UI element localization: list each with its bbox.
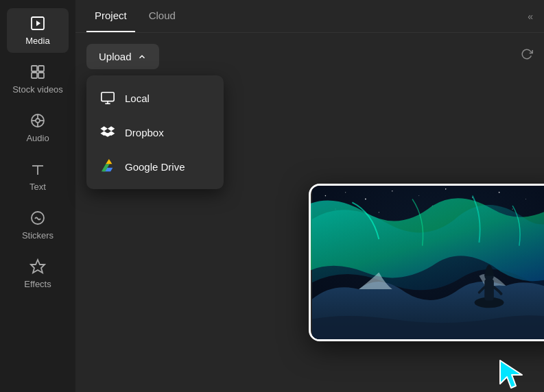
- sidebar-item-label: Audio: [26, 133, 49, 143]
- stock-videos-icon: [29, 64, 46, 80]
- sidebar-item-label: Stickers: [22, 230, 54, 241]
- svg-point-33: [512, 209, 513, 210]
- svg-rect-16: [102, 93, 114, 101]
- dropdown-item-google-drive[interactable]: Google Drive: [86, 149, 224, 184]
- svg-rect-2: [32, 66, 37, 71]
- svg-point-20: [325, 195, 327, 197]
- collapse-button[interactable]: «: [528, 11, 533, 22]
- sidebar-item-effects[interactable]: Effects: [7, 252, 69, 296]
- media-icon: [29, 15, 46, 32]
- dropbox-icon: [100, 125, 115, 140]
- svg-point-31: [379, 212, 379, 212]
- svg-marker-37: [500, 360, 522, 388]
- text-icon: [29, 161, 46, 177]
- svg-point-25: [445, 188, 447, 190]
- local-icon: [100, 90, 115, 106]
- svg-rect-3: [38, 66, 44, 71]
- svg-rect-5: [38, 73, 44, 78]
- svg-rect-35: [484, 279, 494, 300]
- sidebar-item-stickers[interactable]: Stickers: [7, 203, 69, 247]
- effects-icon: [29, 258, 46, 275]
- refresh-icon: [521, 48, 533, 60]
- svg-point-21: [345, 192, 346, 193]
- sidebar: Media Stock videos Audio Text: [0, 0, 75, 392]
- svg-point-27: [499, 192, 500, 193]
- tab-project[interactable]: Project: [86, 0, 135, 32]
- aurora-image: [309, 184, 544, 341]
- sidebar-item-label: Text: [29, 182, 46, 192]
- svg-point-7: [36, 119, 40, 123]
- dropdown-item-local[interactable]: Local: [86, 81, 224, 115]
- sidebar-item-label: Media: [25, 36, 49, 46]
- svg-rect-4: [32, 73, 37, 78]
- svg-point-22: [365, 199, 366, 200]
- google-drive-icon: [100, 159, 115, 174]
- content-area: Upload Local: [75, 33, 544, 392]
- svg-point-28: [525, 199, 526, 199]
- sidebar-item-stock-videos[interactable]: Stock videos: [7, 57, 69, 101]
- audio-icon: [29, 112, 46, 129]
- upload-button[interactable]: Upload: [86, 44, 159, 69]
- svg-marker-1: [36, 21, 40, 26]
- main-panel: Project Cloud « Upload: [75, 0, 544, 392]
- refresh-button[interactable]: [521, 48, 533, 63]
- sidebar-item-label: Effects: [24, 279, 51, 289]
- dropdown-item-dropbox[interactable]: Dropbox: [86, 115, 224, 149]
- svg-point-24: [418, 195, 419, 196]
- aurora-visual: [311, 186, 544, 339]
- svg-marker-15: [31, 260, 45, 273]
- sidebar-item-audio[interactable]: Audio: [7, 106, 69, 150]
- tab-bar: Project Cloud «: [75, 0, 544, 33]
- sidebar-item-media[interactable]: Media: [7, 8, 69, 53]
- svg-point-23: [392, 191, 392, 191]
- tab-cloud[interactable]: Cloud: [141, 0, 184, 32]
- cursor-arrow: [497, 358, 525, 385]
- upload-dropdown: Local Dropbox Google Drive: [86, 75, 224, 189]
- chevron-up-icon: [137, 52, 147, 62]
- stickers-icon: [29, 210, 46, 226]
- cursor-icon: [497, 358, 530, 391]
- sidebar-item-label: Stock videos: [12, 84, 63, 95]
- sidebar-item-text[interactable]: Text: [7, 154, 69, 199]
